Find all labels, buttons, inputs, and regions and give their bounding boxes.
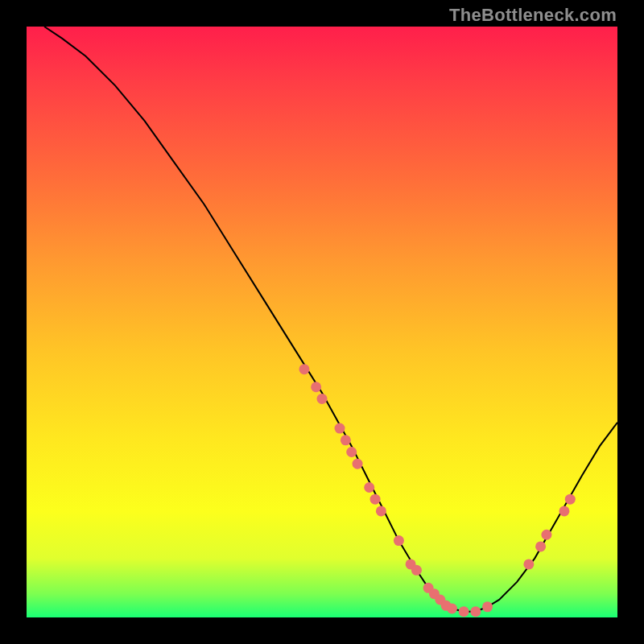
bottleneck-curve xyxy=(44,27,617,612)
data-point xyxy=(565,494,576,505)
data-point xyxy=(311,382,321,392)
data-point xyxy=(470,606,481,617)
data-points xyxy=(299,364,575,617)
data-point xyxy=(299,364,309,374)
data-point xyxy=(376,506,386,516)
data-point xyxy=(394,535,404,546)
data-point xyxy=(482,601,493,612)
data-point xyxy=(459,606,469,617)
chart-container: TheBottleneck.com xyxy=(0,0,644,644)
data-point xyxy=(341,435,351,445)
data-point xyxy=(541,530,551,540)
watermark-label: TheBottleneck.com xyxy=(449,5,617,26)
chart-svg xyxy=(27,27,617,617)
data-point xyxy=(353,459,363,469)
data-point xyxy=(364,482,374,493)
data-point xyxy=(335,423,345,434)
data-point xyxy=(346,447,357,457)
data-point xyxy=(447,603,457,613)
data-point xyxy=(535,541,546,551)
data-point xyxy=(317,394,328,404)
data-point xyxy=(370,494,381,505)
data-point xyxy=(559,506,569,516)
data-point xyxy=(411,565,422,576)
data-point xyxy=(523,559,534,569)
